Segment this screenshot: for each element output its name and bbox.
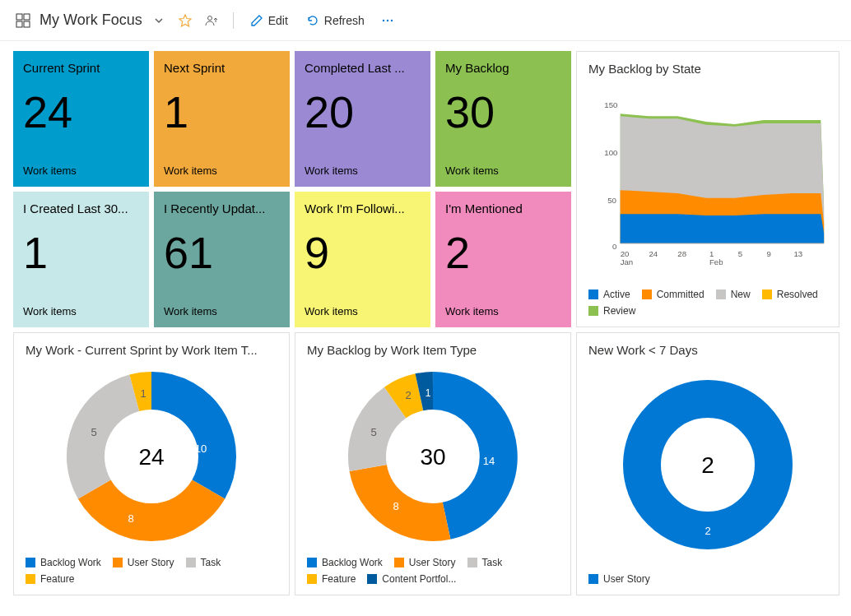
tile-value: 1: [23, 230, 139, 275]
seg-label: 5: [91, 426, 96, 438]
legend: User Story: [588, 573, 827, 585]
legend-label: Resolved: [777, 289, 818, 300]
donut-chart: 2 2: [617, 374, 798, 555]
tile-title: My Backlog: [445, 61, 561, 75]
legend: Active Committed New Resolved Review: [588, 289, 827, 317]
team-icon[interactable]: [202, 11, 221, 30]
svg-rect-2: [16, 21, 22, 27]
tile-completed-last[interactable]: Completed Last ... 20 Work items: [295, 51, 430, 187]
seg-label: 2: [405, 389, 411, 401]
svg-point-4: [207, 16, 212, 20]
more-icon[interactable]: [378, 11, 398, 30]
widget-title: My Backlog by Work Item Type: [307, 343, 559, 357]
donut-center: 2: [701, 452, 714, 478]
widget-title: New Work < 7 Days: [588, 343, 827, 357]
dashboard-dropdown[interactable]: [149, 11, 169, 30]
tile-sub: Work items: [305, 164, 421, 177]
tile-following[interactable]: Work I'm Followi... 9 Work items: [295, 192, 430, 327]
svg-text:9: 9: [767, 249, 771, 258]
legend-label: Task: [201, 557, 221, 568]
donut-center: 30: [420, 444, 445, 470]
legend-label: User Story: [603, 573, 650, 585]
tile-created-last-30[interactable]: I Created Last 30... 1 Work items: [13, 192, 149, 327]
widget-current-sprint-by-type[interactable]: My Work - Current Sprint by Work Item T.…: [13, 332, 290, 595]
widget-title: My Backlog by State: [588, 62, 827, 76]
legend: Backlog Work User Story Task Feature Con…: [307, 557, 559, 585]
divider: [233, 12, 234, 29]
edit-label: Edit: [268, 14, 288, 27]
tile-sub: Work items: [305, 305, 421, 317]
legend-label: Active: [603, 289, 630, 300]
tile-value: 1: [164, 90, 280, 134]
widget-title: My Work - Current Sprint by Work Item T.…: [26, 343, 277, 357]
svg-rect-3: [24, 21, 30, 27]
tile-sub: Work items: [23, 164, 139, 177]
tile-sub: Work items: [164, 164, 280, 177]
tile-value: 24: [23, 90, 139, 134]
tile-current-sprint[interactable]: Current Sprint 24 Work items: [13, 51, 149, 187]
svg-point-5: [383, 19, 384, 21]
widget-backlog-by-state[interactable]: My Backlog by State 150 100 50 0: [576, 51, 839, 327]
tile-sub: Work items: [445, 305, 561, 317]
donut-chart: 10 8 5 1 24: [61, 366, 242, 547]
tile-value: 2: [445, 230, 561, 275]
tile-value: 61: [164, 230, 280, 275]
svg-text:50: 50: [607, 196, 616, 205]
widget-backlog-by-type[interactable]: My Backlog by Work Item Type 14 8 5 2 1 …: [295, 332, 571, 595]
svg-text:Jan: Jan: [621, 257, 634, 266]
tile-next-sprint[interactable]: Next Sprint 1 Work items: [154, 51, 290, 187]
tile-sub: Work items: [164, 305, 280, 317]
legend-label: User Story: [128, 557, 174, 568]
tile-title: Work I'm Followi...: [305, 201, 421, 215]
tile-title: Current Sprint: [23, 61, 139, 75]
svg-text:28: 28: [677, 249, 686, 258]
seg-label: 14: [483, 455, 495, 467]
tile-sub: Work items: [23, 305, 139, 317]
tile-value: 9: [305, 230, 421, 275]
tile-title: Next Sprint: [164, 61, 280, 75]
svg-point-7: [391, 19, 393, 21]
legend-label: Backlog Work: [322, 557, 383, 568]
seg-label: 1: [140, 387, 146, 400]
donut-center: 24: [138, 444, 164, 470]
edit-button[interactable]: Edit: [245, 12, 293, 29]
dashboard-grid: Current Sprint 24 Work items Next Sprint…: [0, 41, 851, 612]
tile-mentioned[interactable]: I'm Mentioned 2 Work items: [435, 192, 571, 327]
donut-chart: 14 8 5 2 1 30: [342, 366, 523, 547]
tile-value: 20: [305, 90, 421, 134]
dashboard-icon: [13, 11, 33, 30]
refresh-label: Refresh: [324, 14, 365, 27]
tile-sub: Work items: [445, 164, 561, 177]
tile-my-backlog[interactable]: My Backlog 30 Work items: [435, 51, 571, 187]
page-title: My Work Focus: [40, 12, 142, 29]
legend-label: Task: [482, 557, 503, 568]
legend-label: Review: [603, 305, 635, 317]
tile-title: I Created Last 30...: [23, 201, 139, 215]
legend: Backlog Work User Story Task Feature: [26, 557, 277, 585]
svg-text:0: 0: [612, 242, 616, 251]
svg-text:13: 13: [793, 249, 802, 258]
refresh-button[interactable]: Refresh: [301, 12, 370, 29]
legend-label: Feature: [40, 573, 74, 585]
seg-label: 10: [195, 442, 207, 455]
widget-new-work-7-days[interactable]: New Work < 7 Days 2 2 User Story: [576, 332, 839, 595]
legend-label: Content Portfol...: [382, 573, 456, 585]
svg-text:100: 100: [604, 148, 617, 157]
svg-point-6: [387, 19, 388, 21]
area-chart: 150 100 50 0 202428 15913 JanFeb: [588, 81, 827, 282]
svg-rect-0: [16, 14, 22, 20]
svg-text:Feb: Feb: [709, 257, 723, 266]
seg-label: 5: [370, 426, 376, 438]
toolbar: My Work Focus Edit Refresh: [0, 0, 851, 41]
svg-text:150: 150: [604, 100, 617, 109]
svg-rect-1: [24, 14, 30, 20]
legend-label: Feature: [322, 573, 356, 585]
seg-label: 8: [393, 500, 398, 512]
favorite-star-icon[interactable]: [175, 11, 195, 30]
svg-text:5: 5: [738, 249, 742, 258]
seg-label: 8: [128, 512, 133, 525]
tile-recently-updated[interactable]: I Recently Updat... 61 Work items: [154, 192, 290, 327]
legend-label: New: [731, 289, 751, 300]
legend-label: Backlog Work: [40, 557, 101, 568]
tile-value: 30: [445, 90, 561, 134]
